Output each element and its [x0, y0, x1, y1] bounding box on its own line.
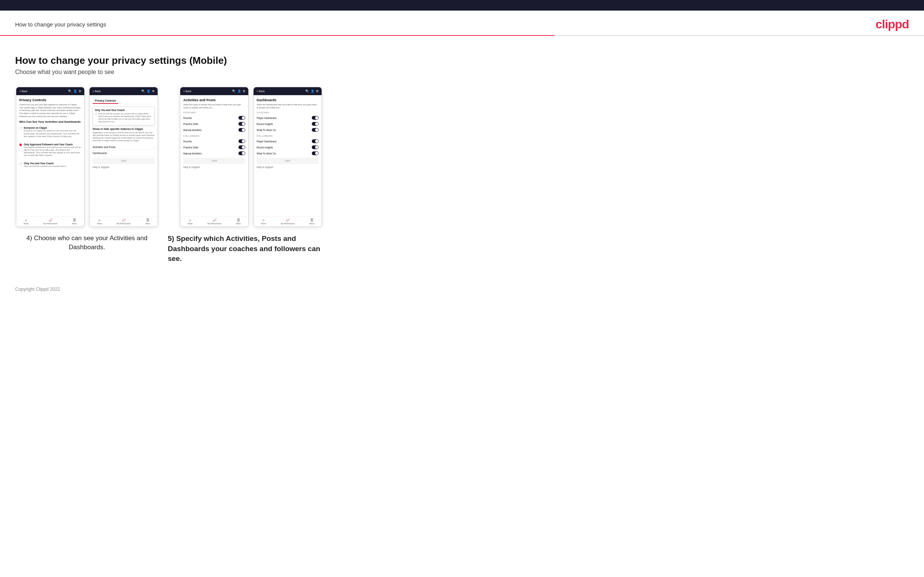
nav-perf-4[interactable]: 📈 My Performance — [281, 218, 295, 225]
tab-privacy-controls[interactable]: Privacy Controls — [92, 98, 118, 104]
home-icon-2: ⌂ — [99, 218, 100, 222]
settings-icon-3[interactable]: ⚙ — [242, 90, 245, 93]
save-btn-2[interactable]: Save — [92, 158, 155, 163]
footer: Copyright Clippd 2022 — [0, 279, 924, 300]
toggle-followers-rounds-label: Rounds — [183, 140, 192, 143]
back-button-2[interactable]: < Back — [92, 90, 101, 92]
back-button-4[interactable]: < Back — [257, 90, 265, 92]
menu-row-activities[interactable]: Activities and Posts › — [92, 144, 155, 150]
nav-home-2[interactable]: ⌂ Home — [97, 218, 102, 225]
toggle-coaches-player-dash-label: Player Dashboard — [257, 117, 276, 119]
screen-1-nav: < Back 🔍 👤 ⚙ — [16, 87, 84, 95]
nav-perf-1[interactable]: 📈 My Performance — [44, 218, 57, 225]
screen-4-bottom-nav: ⌂ Home 📈 My Performance ☰ Menu — [254, 216, 321, 227]
caption-5-text: 5) Specify which Activities, Posts and D… — [168, 234, 320, 263]
screen-4-subtitle: Select the dashboards that you'd like to… — [257, 103, 318, 109]
toggle-coaches-drills-switch[interactable] — [239, 122, 245, 126]
save-btn-3[interactable]: Save — [183, 158, 245, 163]
menu-row-dashboards[interactable]: Dashboards › — [92, 150, 155, 156]
back-button-1[interactable]: < Back — [19, 90, 27, 92]
nav-menu-1[interactable]: ☰ Menu — [72, 218, 77, 225]
screenshots-row: < Back 🔍 👤 ⚙ Privacy Controls Control ho… — [15, 87, 909, 264]
followers-label-4: FOLLOWERS — [257, 135, 318, 137]
screen-2-body: Privacy Controls Only You and Your Coach… — [90, 95, 158, 216]
screen-4-nav-icons: 🔍 👤 ⚙ — [305, 90, 318, 93]
people-icon-3[interactable]: 👤 — [237, 90, 241, 93]
radio-circle-1 — [19, 127, 22, 129]
toggle-followers-player-dash-switch[interactable] — [312, 139, 318, 143]
toggle-followers-rounds: Rounds — [183, 138, 245, 144]
nav-menu-label-3: Menu — [236, 222, 241, 225]
nav-perf-label-2: My Performance — [117, 222, 131, 225]
save-btn-4[interactable]: Save — [257, 158, 318, 163]
screen-1-body: Privacy Controls Control how you and you… — [16, 95, 84, 216]
help-support-3: Help & Support — [183, 163, 245, 170]
back-button-3[interactable]: < Back — [183, 90, 192, 92]
toggle-followers-drills-switch[interactable] — [239, 145, 245, 149]
toggle-followers-manual-label: Manual Activities — [183, 152, 202, 155]
search-icon-4[interactable]: 🔍 — [305, 90, 309, 93]
toggle-coaches-player-dash-switch[interactable] — [312, 116, 318, 120]
radio-everyone[interactable]: Everyone on Clippd Everyone on Clippd ca… — [19, 125, 81, 139]
settings-icon[interactable]: ⚙ — [79, 90, 81, 93]
radio-coach-desc: Only you and the coaches you connect wit… — [24, 165, 66, 168]
home-icon-1: ⌂ — [25, 218, 27, 222]
nav-menu-4[interactable]: ☰ Menu — [310, 218, 314, 225]
toggle-coaches-round-insights-switch[interactable] — [312, 122, 318, 126]
toggle-coaches-rounds-switch[interactable] — [239, 116, 245, 120]
toggle-coaches-manual: Manual Activities — [183, 127, 245, 133]
radio-coach-label: Only You and Your Coach — [24, 162, 66, 164]
home-icon-4: ⌂ — [263, 218, 265, 222]
nav-perf-3[interactable]: 📈 My Performance — [207, 218, 221, 225]
people-icon[interactable]: 👤 — [73, 90, 77, 93]
screenshot-pair-2: < Back 🔍 👤 ⚙ Activities and Posts Select… — [180, 87, 322, 227]
tooltip-text: Only you and the coaches you connect wit… — [98, 113, 152, 123]
toggle-followers-what-to-work-switch[interactable] — [312, 152, 318, 155]
nav-home-4[interactable]: ⌂ Home — [261, 218, 266, 225]
people-icon-2[interactable]: 👤 — [147, 90, 150, 93]
chart-icon-3: 📈 — [212, 218, 216, 222]
search-icon[interactable]: 🔍 — [68, 90, 72, 93]
radio-followers[interactable]: Only Approved Followers and Your Coach O… — [19, 142, 81, 159]
nav-menu-2[interactable]: ☰ Menu — [145, 218, 150, 225]
nav-home-label-3: Home — [188, 222, 193, 225]
screen-4-nav: < Back 🔍 👤 ⚙ — [254, 87, 321, 95]
nav-menu-3[interactable]: ☰ Menu — [236, 218, 241, 225]
toggle-followers-rounds-switch[interactable] — [239, 139, 245, 143]
settings-icon-4[interactable]: ⚙ — [316, 90, 318, 93]
toggle-followers-what-to-work: What To Work On — [257, 150, 318, 156]
toggle-followers-manual: Manual Activities — [183, 150, 245, 156]
toggle-followers-round-insights-label: Round Insights — [257, 146, 273, 149]
settings-icon-2[interactable]: ⚙ — [152, 90, 155, 93]
toggle-followers-manual-switch[interactable] — [239, 152, 245, 155]
screen-3-nav-icons: 🔍 👤 ⚙ — [232, 90, 245, 93]
radio-everyone-label: Everyone on Clippd — [24, 126, 81, 129]
radio-coach-only[interactable]: Only You and Your Coach Only you and the… — [19, 161, 81, 169]
tooltip-radio: Only you and the coaches you connect wit… — [95, 113, 152, 123]
screen-3-bottom-nav: ⌂ Home 📈 My Performance ☰ Menu — [180, 216, 248, 227]
screen-1-bottom-nav: ⌂ Home 📈 My Performance ☰ Menu — [16, 216, 84, 227]
search-icon-3[interactable]: 🔍 — [232, 90, 236, 93]
top-bar — [0, 0, 924, 11]
nav-home-1[interactable]: ⌂ Home — [24, 218, 29, 225]
radio-everyone-content: Everyone on Clippd Everyone on Clippd ca… — [24, 126, 81, 137]
chart-icon-4: 📈 — [286, 218, 290, 222]
toggle-coaches-manual-switch[interactable] — [239, 128, 245, 132]
logo: clippd — [876, 18, 909, 31]
toggle-followers-round-insights-switch[interactable] — [312, 145, 318, 149]
nav-home-3[interactable]: ⌂ Home — [188, 218, 193, 225]
help-support-4: Help & Support — [257, 163, 318, 170]
screen-3-subtitle: Select the types of activity that you'd … — [183, 103, 245, 109]
tooltip-radio-circle — [95, 113, 97, 115]
toggle-followers-player-dash-label: Player Dashboard — [257, 140, 276, 143]
copyright: Copyright Clippd 2022 — [15, 287, 60, 292]
header-divider — [0, 35, 924, 36]
who-can-see-title: Who Can See Your Activities and Dashboar… — [19, 120, 81, 124]
toggle-coaches-what-to-work-switch[interactable] — [312, 128, 318, 132]
nav-perf-2[interactable]: 📈 My Performance — [117, 218, 131, 225]
toggle-followers-drills: Practice Drills — [183, 144, 245, 150]
tooltip-box: Only You and Your Coach Only you and the… — [92, 106, 155, 126]
search-icon-2[interactable]: 🔍 — [141, 90, 145, 93]
people-icon-4[interactable]: 👤 — [311, 90, 314, 93]
screen-4-title: Dashboards — [257, 98, 318, 102]
